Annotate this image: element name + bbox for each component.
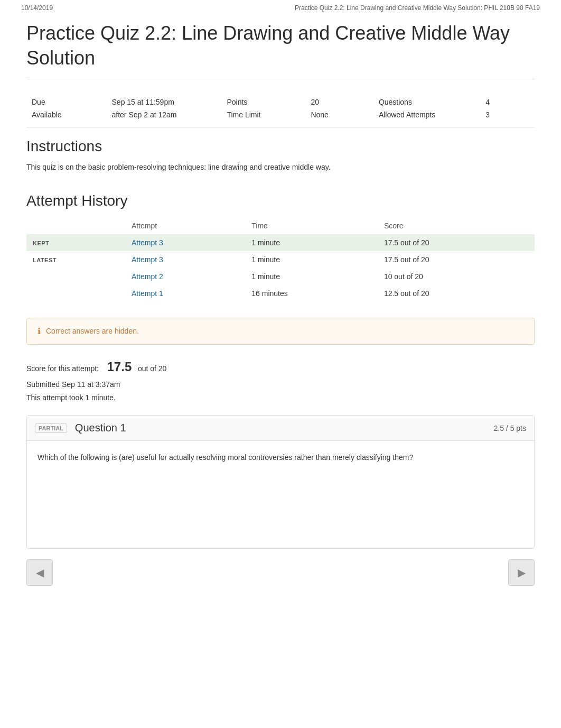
col-header-attempt: Attempt [125,217,245,234]
time-limit-label: Time Limit [227,110,300,119]
attempt2-time: 1 minute [245,268,378,285]
score-label: Score for this attempt: [26,364,99,373]
top-bar: 10/14/2019 Practice Quiz 2.2: Line Drawi… [0,0,561,16]
question-body: Which of the following is (are) useful f… [27,441,534,548]
question-badge: Partial [35,423,67,433]
attempt3-latest-time: 1 minute [245,251,378,268]
prev-icon: ◀ [36,566,44,579]
time-limit-value: None [311,110,368,119]
course-label: Practice Quiz 2.2: Line Drawing and Crea… [295,4,540,12]
duration-text: This attempt took 1 minute. [26,391,535,404]
attempt1-score: 12.5 out of 20 [378,285,535,302]
score-section: Score for this attempt: 17.5 out of 20 S… [26,355,535,416]
notice-text: Correct answers are hidden. [46,327,139,335]
attempt3-kept-time: 1 minute [245,234,378,251]
col-header-time: Time [245,217,378,234]
attempt3-kept-link[interactable]: Attempt 3 [132,238,163,247]
answers-area [38,474,523,538]
info-icon: ℹ [38,326,41,336]
meta-grid: Due Sep 15 at 11:59pm Points 20 Question… [26,90,535,127]
points-label: Points [227,98,300,106]
table-row: LATEST Attempt 3 1 minute 17.5 out of 20 [26,251,535,268]
date-label: 10/14/2019 [21,4,53,12]
attempt3-kept-score: 17.5 out of 20 [378,234,535,251]
table-row: KEPT Attempt 3 1 minute 17.5 out of 20 [26,234,535,251]
question-text: Which of the following is (are) useful f… [38,451,523,463]
allowed-attempts-value: 3 [485,110,529,119]
attempt2-score: 10 out of 20 [378,268,535,285]
question-block: Partial Question 1 2.5 / 5 pts Which of … [26,415,535,548]
allowed-attempts-label: Allowed Attempts [379,110,475,119]
due-label: Due [32,98,101,106]
score-value: 17.5 [107,360,132,374]
col-header-label [26,217,125,234]
question-title-row: Partial Question 1 [35,422,126,434]
question-title: Question 1 [75,422,126,434]
notice-box: ℹ Correct answers are hidden. [26,318,535,345]
question-points: 2.5 / 5 pts [494,424,526,432]
main-content: Practice Quiz 2.2: Line Drawing and Crea… [0,16,561,602]
submitted-text: Submitted Sep 11 at 3:37am [26,378,535,391]
available-value: after Sep 2 at 12am [112,110,217,119]
due-value: Sep 15 at 11:59pm [112,98,217,106]
prev-button[interactable]: ◀ [26,559,53,586]
attempt1-link[interactable]: Attempt 1 [132,289,163,298]
instructions-text: This quiz is on the basic problem-resolv… [26,163,535,171]
questions-value: 4 [485,98,529,106]
attempt-history-heading: Attempt History [26,192,535,209]
question-header: Partial Question 1 2.5 / 5 pts [27,416,534,441]
next-button[interactable]: ▶ [508,559,535,586]
attempt-table: Attempt Time Score KEPT Attempt 3 1 minu… [26,217,535,302]
kept-label: KEPT [33,240,49,246]
attempt1-time: 16 minutes [245,285,378,302]
table-row: Attempt 1 16 minutes 12.5 out of 20 [26,285,535,302]
instructions-heading: Instructions [26,138,535,155]
table-row: Attempt 2 1 minute 10 out of 20 [26,268,535,285]
col-header-score: Score [378,217,535,234]
score-out-of: out of 20 [138,364,167,373]
bottom-nav: ◀ ▶ [26,559,535,586]
page-title: Practice Quiz 2.2: Line Drawing and Crea… [26,21,535,79]
questions-label: Questions [379,98,475,106]
latest-label: LATEST [33,257,57,263]
available-label: Available [32,110,101,119]
attempt3-latest-link[interactable]: Attempt 3 [132,255,163,264]
attempt3-latest-score: 17.5 out of 20 [378,251,535,268]
attempt2-link[interactable]: Attempt 2 [132,272,163,281]
next-icon: ▶ [518,566,526,579]
points-value: 20 [311,98,368,106]
